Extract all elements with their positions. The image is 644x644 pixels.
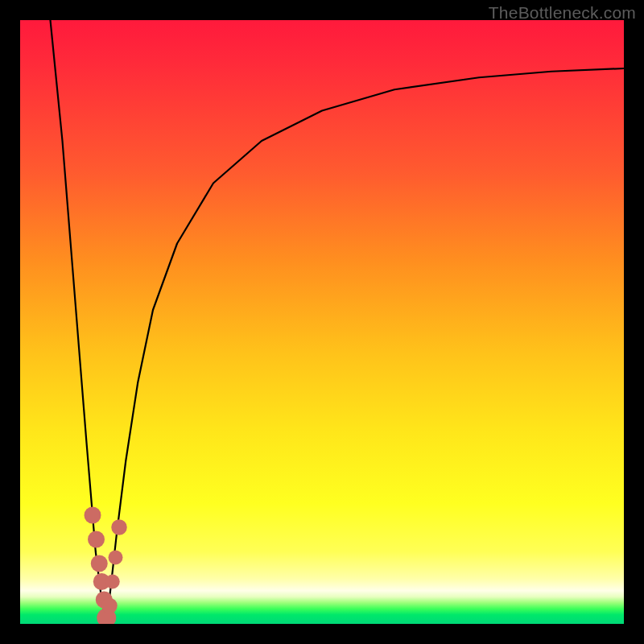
plot-area bbox=[20, 20, 624, 624]
curve-layer bbox=[20, 20, 624, 624]
chart-frame: TheBottleneck.com bbox=[0, 0, 644, 644]
data-marker bbox=[85, 507, 101, 524]
data-marker bbox=[105, 575, 120, 589]
data-marker bbox=[109, 551, 123, 565]
data-marker bbox=[101, 598, 118, 614]
data-marker bbox=[88, 531, 105, 548]
marker-group bbox=[85, 507, 127, 625]
data-marker bbox=[111, 519, 127, 535]
curve-right-branch bbox=[106, 68, 624, 624]
data-marker bbox=[91, 555, 108, 572]
